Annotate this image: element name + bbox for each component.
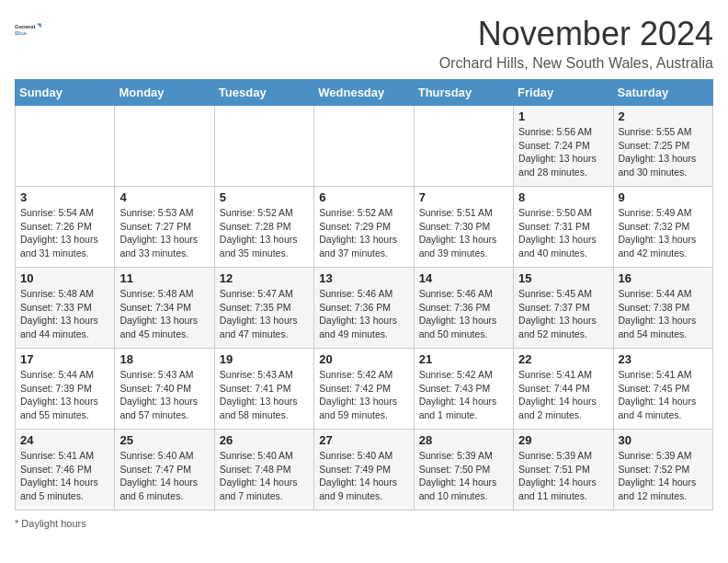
svg-text:Blue: Blue xyxy=(15,30,28,36)
day-number: 9 xyxy=(619,190,708,204)
day-number: 27 xyxy=(319,433,408,447)
weekday-header-saturday: Saturday xyxy=(613,80,712,106)
calendar-cell: 11Sunrise: 5:48 AM Sunset: 7:34 PM Dayli… xyxy=(115,268,214,349)
calendar-cell: 18Sunrise: 5:43 AM Sunset: 7:40 PM Dayli… xyxy=(115,349,214,430)
day-number: 28 xyxy=(419,433,508,447)
weekday-header-wednesday: Wednesday xyxy=(314,80,414,106)
day-number: 6 xyxy=(319,190,408,204)
calendar-cell: 2Sunrise: 5:55 AM Sunset: 7:25 PM Daylig… xyxy=(613,106,712,187)
day-number: 10 xyxy=(20,271,109,285)
calendar-cell: 17Sunrise: 5:44 AM Sunset: 7:39 PM Dayli… xyxy=(16,349,115,430)
day-info: Sunrise: 5:49 AM Sunset: 7:32 PM Dayligh… xyxy=(619,206,708,260)
logo: GeneralBlue xyxy=(15,15,44,44)
day-info: Sunrise: 5:43 AM Sunset: 7:41 PM Dayligh… xyxy=(220,368,309,422)
day-number: 24 xyxy=(20,433,109,447)
day-info: Sunrise: 5:48 AM Sunset: 7:33 PM Dayligh… xyxy=(20,287,109,341)
calendar-week-4: 17Sunrise: 5:44 AM Sunset: 7:39 PM Dayli… xyxy=(16,349,713,430)
day-info: Sunrise: 5:54 AM Sunset: 7:26 PM Dayligh… xyxy=(20,206,109,260)
footer-note: * Daylight hours xyxy=(15,518,713,529)
day-number: 11 xyxy=(119,271,209,285)
day-info: Sunrise: 5:44 AM Sunset: 7:39 PM Dayligh… xyxy=(20,368,109,422)
day-number: 30 xyxy=(619,433,708,447)
day-number: 19 xyxy=(220,352,309,366)
day-number: 15 xyxy=(518,271,608,285)
day-info: Sunrise: 5:48 AM Sunset: 7:34 PM Dayligh… xyxy=(119,287,209,341)
day-info: Sunrise: 5:41 AM Sunset: 7:44 PM Dayligh… xyxy=(518,368,608,422)
calendar-cell: 26Sunrise: 5:40 AM Sunset: 7:48 PM Dayli… xyxy=(214,430,313,511)
day-info: Sunrise: 5:52 AM Sunset: 7:28 PM Dayligh… xyxy=(220,206,309,260)
weekday-header-sunday: Sunday xyxy=(16,80,115,106)
day-number: 20 xyxy=(319,352,408,366)
calendar-cell: 7Sunrise: 5:51 AM Sunset: 7:30 PM Daylig… xyxy=(414,187,513,268)
day-number: 8 xyxy=(518,190,608,204)
day-info: Sunrise: 5:51 AM Sunset: 7:30 PM Dayligh… xyxy=(419,206,508,260)
calendar-week-5: 24Sunrise: 5:41 AM Sunset: 7:46 PM Dayli… xyxy=(16,430,713,511)
calendar-week-1: 1Sunrise: 5:56 AM Sunset: 7:24 PM Daylig… xyxy=(16,106,713,187)
day-info: Sunrise: 5:39 AM Sunset: 7:50 PM Dayligh… xyxy=(419,449,508,503)
svg-text:General: General xyxy=(15,24,36,29)
footer-note-text: Daylight hours xyxy=(21,518,85,529)
day-number: 3 xyxy=(20,190,109,204)
calendar-cell: 8Sunrise: 5:50 AM Sunset: 7:31 PM Daylig… xyxy=(514,187,613,268)
weekday-header-tuesday: Tuesday xyxy=(214,80,313,106)
calendar-cell: 28Sunrise: 5:39 AM Sunset: 7:50 PM Dayli… xyxy=(414,430,513,511)
day-number: 26 xyxy=(220,433,309,447)
calendar-cell: 13Sunrise: 5:46 AM Sunset: 7:36 PM Dayli… xyxy=(314,268,414,349)
weekday-header-monday: Monday xyxy=(115,80,214,106)
calendar-cell: 20Sunrise: 5:42 AM Sunset: 7:42 PM Dayli… xyxy=(314,349,414,430)
day-info: Sunrise: 5:45 AM Sunset: 7:37 PM Dayligh… xyxy=(518,287,608,341)
calendar-cell: 6Sunrise: 5:52 AM Sunset: 7:29 PM Daylig… xyxy=(314,187,414,268)
day-number: 7 xyxy=(419,190,508,204)
calendar-cell: 25Sunrise: 5:40 AM Sunset: 7:47 PM Dayli… xyxy=(115,430,214,511)
day-info: Sunrise: 5:47 AM Sunset: 7:35 PM Dayligh… xyxy=(220,287,309,341)
day-number: 18 xyxy=(119,352,209,366)
day-info: Sunrise: 5:46 AM Sunset: 7:36 PM Dayligh… xyxy=(319,287,408,341)
day-info: Sunrise: 5:50 AM Sunset: 7:31 PM Dayligh… xyxy=(518,206,608,260)
day-info: Sunrise: 5:41 AM Sunset: 7:45 PM Dayligh… xyxy=(619,368,708,422)
calendar-cell xyxy=(115,106,214,187)
calendar-week-3: 10Sunrise: 5:48 AM Sunset: 7:33 PM Dayli… xyxy=(16,268,713,349)
day-info: Sunrise: 5:42 AM Sunset: 7:42 PM Dayligh… xyxy=(319,368,408,422)
day-info: Sunrise: 5:53 AM Sunset: 7:27 PM Dayligh… xyxy=(119,206,209,260)
day-number: 29 xyxy=(518,433,608,447)
day-info: Sunrise: 5:52 AM Sunset: 7:29 PM Dayligh… xyxy=(319,206,408,260)
day-info: Sunrise: 5:39 AM Sunset: 7:52 PM Dayligh… xyxy=(619,449,708,503)
calendar-cell: 3Sunrise: 5:54 AM Sunset: 7:26 PM Daylig… xyxy=(16,187,115,268)
calendar-cell: 14Sunrise: 5:46 AM Sunset: 7:36 PM Dayli… xyxy=(414,268,513,349)
day-info: Sunrise: 5:40 AM Sunset: 7:48 PM Dayligh… xyxy=(220,449,309,503)
day-number: 22 xyxy=(518,352,608,366)
day-info: Sunrise: 5:40 AM Sunset: 7:47 PM Dayligh… xyxy=(119,449,209,503)
day-number: 4 xyxy=(119,190,209,204)
day-info: Sunrise: 5:55 AM Sunset: 7:25 PM Dayligh… xyxy=(619,125,708,179)
day-number: 12 xyxy=(220,271,309,285)
day-info: Sunrise: 5:40 AM Sunset: 7:49 PM Dayligh… xyxy=(319,449,408,503)
day-number: 16 xyxy=(619,271,708,285)
calendar-cell xyxy=(314,106,414,187)
calendar-cell: 23Sunrise: 5:41 AM Sunset: 7:45 PM Dayli… xyxy=(613,349,712,430)
day-info: Sunrise: 5:46 AM Sunset: 7:36 PM Dayligh… xyxy=(419,287,508,341)
calendar-cell: 12Sunrise: 5:47 AM Sunset: 7:35 PM Dayli… xyxy=(214,268,313,349)
calendar-cell xyxy=(414,106,513,187)
page-header: GeneralBlue November 2024 Orchard Hills,… xyxy=(15,15,713,72)
day-number: 2 xyxy=(619,109,708,123)
calendar-cell: 16Sunrise: 5:44 AM Sunset: 7:38 PM Dayli… xyxy=(613,268,712,349)
calendar-table: SundayMondayTuesdayWednesdayThursdayFrid… xyxy=(15,79,713,511)
calendar-cell: 24Sunrise: 5:41 AM Sunset: 7:46 PM Dayli… xyxy=(16,430,115,511)
logo-icon: GeneralBlue xyxy=(15,15,44,44)
calendar-cell xyxy=(214,106,313,187)
weekday-header-thursday: Thursday xyxy=(414,80,513,106)
calendar-cell: 5Sunrise: 5:52 AM Sunset: 7:28 PM Daylig… xyxy=(214,187,313,268)
calendar-cell: 9Sunrise: 5:49 AM Sunset: 7:32 PM Daylig… xyxy=(613,187,712,268)
day-number: 21 xyxy=(419,352,508,366)
day-info: Sunrise: 5:56 AM Sunset: 7:24 PM Dayligh… xyxy=(518,125,608,179)
location-subtitle: Orchard Hills, New South Wales, Australi… xyxy=(439,55,713,72)
day-number: 1 xyxy=(518,109,608,123)
calendar-cell: 15Sunrise: 5:45 AM Sunset: 7:37 PM Dayli… xyxy=(514,268,613,349)
month-title: November 2024 xyxy=(439,15,713,53)
day-info: Sunrise: 5:41 AM Sunset: 7:46 PM Dayligh… xyxy=(20,449,109,503)
calendar-cell: 22Sunrise: 5:41 AM Sunset: 7:44 PM Dayli… xyxy=(514,349,613,430)
calendar-cell: 10Sunrise: 5:48 AM Sunset: 7:33 PM Dayli… xyxy=(16,268,115,349)
calendar-cell: 4Sunrise: 5:53 AM Sunset: 7:27 PM Daylig… xyxy=(115,187,214,268)
day-number: 13 xyxy=(319,271,408,285)
calendar-week-2: 3Sunrise: 5:54 AM Sunset: 7:26 PM Daylig… xyxy=(16,187,713,268)
